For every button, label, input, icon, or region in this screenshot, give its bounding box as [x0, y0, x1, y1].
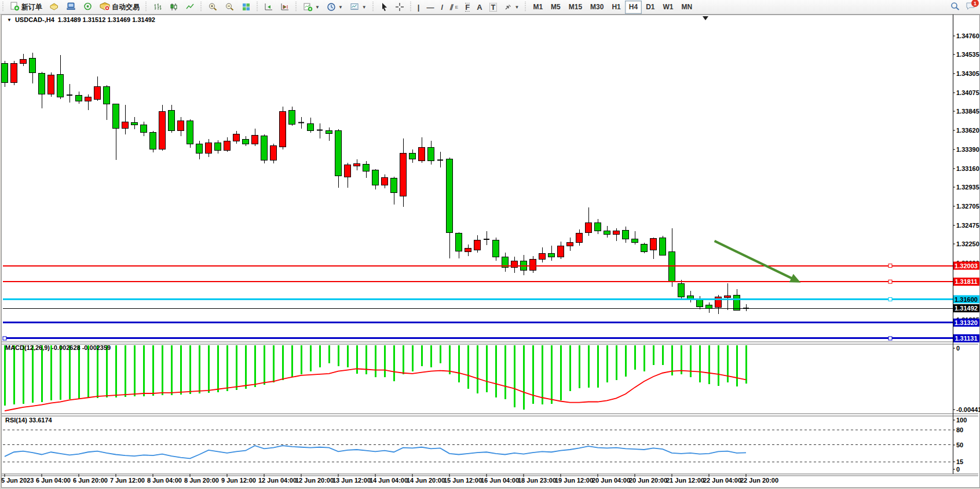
line-handle[interactable] [888, 337, 892, 340]
text-tool-button[interactable]: A [474, 2, 485, 13]
candle-body [243, 139, 249, 144]
candle-body [159, 112, 166, 149]
time-axis-label: 14 Jun 20:00 [407, 477, 445, 484]
candle-body [85, 97, 92, 101]
chart-canvas[interactable]: 1.347601.345351.343051.340751.338451.336… [0, 14, 980, 489]
time-axis-label: 20 Jun 04:00 [592, 477, 630, 484]
chart-title-collapse-icon[interactable]: ▼ [7, 17, 12, 23]
rsi-axis-label: 80 [956, 426, 963, 433]
metaeditor-button[interactable] [46, 2, 62, 13]
toolbar-grip[interactable] [372, 2, 375, 12]
periods-dropdown-caret[interactable]: ▼ [338, 5, 343, 10]
time-axis-label: 14 Jun 04:00 [370, 477, 408, 484]
timeframe-M30[interactable]: M30 [586, 1, 608, 14]
candle-body [224, 141, 231, 150]
time-axis-label: 6 Jun 04:00 [36, 477, 71, 484]
toolbar-grip[interactable] [295, 2, 298, 12]
templates-button[interactable]: ▼ [347, 2, 370, 13]
indicators-button[interactable]: ▼ [300, 2, 323, 13]
notifications-button[interactable]: 1 [966, 2, 975, 12]
equidistant-channel-tool-button[interactable]: ⫽E [447, 2, 461, 13]
auto-scroll-button[interactable] [261, 2, 276, 13]
terminal-button[interactable] [63, 2, 79, 13]
fibonacci-tool-button[interactable]: F [462, 2, 473, 13]
timeframe-M5[interactable]: M5 [547, 1, 565, 14]
indicators-dropdown-caret[interactable]: ▼ [315, 5, 320, 10]
candle-body [419, 148, 425, 161]
candle-body [39, 74, 45, 94]
tile-windows-icon [242, 2, 251, 12]
candle-body [409, 154, 416, 159]
bar-chart-icon [153, 2, 162, 12]
tile-windows-button[interactable] [239, 2, 254, 13]
toolbar-grip[interactable] [524, 2, 527, 12]
rsi-indicator-label: RSI(14) 33.6174 [5, 417, 52, 424]
timeframe-W1[interactable]: W1 [659, 1, 677, 14]
candle-body [715, 297, 722, 308]
arrows-dropdown-caret[interactable]: ▼ [514, 5, 519, 10]
trendline-tool-button[interactable]: / [438, 2, 446, 13]
autotrading-button[interactable]: 自动交易 [97, 2, 142, 13]
toolbar-grip[interactable] [200, 2, 203, 12]
crosshair-tool-button[interactable] [392, 2, 407, 13]
line-handle[interactable] [3, 337, 6, 340]
rsi-axis-label: 50 [956, 441, 963, 448]
autotrading-label: 自动交易 [112, 2, 140, 12]
candle-body [76, 95, 82, 101]
candle-body [447, 159, 453, 233]
timeframe-D1[interactable]: D1 [642, 1, 659, 14]
signals-button[interactable] [80, 2, 96, 13]
candle-body [289, 110, 295, 124]
price-line-label: 1.31811 [955, 278, 977, 285]
zoom-out-icon [225, 2, 235, 12]
timeframe-MN[interactable]: MN [677, 1, 696, 14]
candle-body [48, 75, 54, 94]
arrows-tool-button[interactable]: ▼ [501, 2, 522, 13]
time-axis-label: 19 Jun 12:00 [555, 477, 593, 484]
candle-body [511, 261, 518, 268]
toolbar-grip[interactable] [145, 2, 148, 12]
new-order-button[interactable]: 新订单 [7, 2, 45, 13]
line-chart-icon [185, 2, 195, 12]
time-axis-label: 12 Jun 20:00 [295, 477, 334, 484]
line-handle[interactable] [888, 280, 892, 283]
label-tool-button[interactable]: T [487, 2, 500, 13]
candle-body [641, 244, 648, 252]
candle-body [354, 163, 360, 166]
vertical-line-tool-button[interactable]: | [415, 2, 423, 13]
chart-shift-marker[interactable] [703, 16, 708, 20]
periods-button[interactable]: ▼ [324, 2, 346, 13]
zoom-in-button[interactable] [205, 2, 221, 13]
candle-body [326, 131, 332, 133]
timeframe-M1[interactable]: M1 [529, 1, 547, 14]
timeframe-H4[interactable]: H4 [625, 1, 642, 14]
line-handle[interactable] [888, 298, 892, 301]
candlestick-chart-button[interactable] [166, 2, 181, 13]
timeframe-H1[interactable]: H1 [608, 1, 624, 14]
chart-shift-icon [280, 2, 290, 12]
bar-chart-button[interactable] [150, 2, 165, 13]
candle-body [187, 121, 193, 144]
new-order-label: 新订单 [21, 2, 42, 12]
macd-axis-label: 0 [956, 345, 960, 352]
line-chart-button[interactable] [182, 2, 198, 13]
horizontal-line-tool-button[interactable]: — [423, 2, 437, 13]
toolbar-grip[interactable] [2, 2, 5, 12]
trend-arrow[interactable] [715, 241, 793, 279]
price-axis-label: 1.32250 [956, 240, 979, 247]
line-handle[interactable] [888, 264, 892, 268]
search-button[interactable] [950, 2, 960, 13]
templates-dropdown-caret[interactable]: ▼ [362, 5, 367, 10]
timeframe-M15[interactable]: M15 [565, 1, 586, 14]
candle-body [280, 112, 286, 147]
chart-shift-button[interactable] [277, 2, 292, 13]
notification-badge: 1 [971, 0, 979, 7]
time-axis-label: 22 Jun 04:00 [703, 477, 741, 484]
toolbar-grip[interactable] [409, 2, 412, 12]
zoom-out-button[interactable] [222, 2, 237, 13]
candle-body [706, 305, 712, 309]
text-tool-icon: A [477, 3, 482, 11]
candle-body [206, 143, 212, 154]
cursor-tool-button[interactable] [377, 2, 391, 13]
toolbar-grip[interactable] [256, 2, 259, 12]
